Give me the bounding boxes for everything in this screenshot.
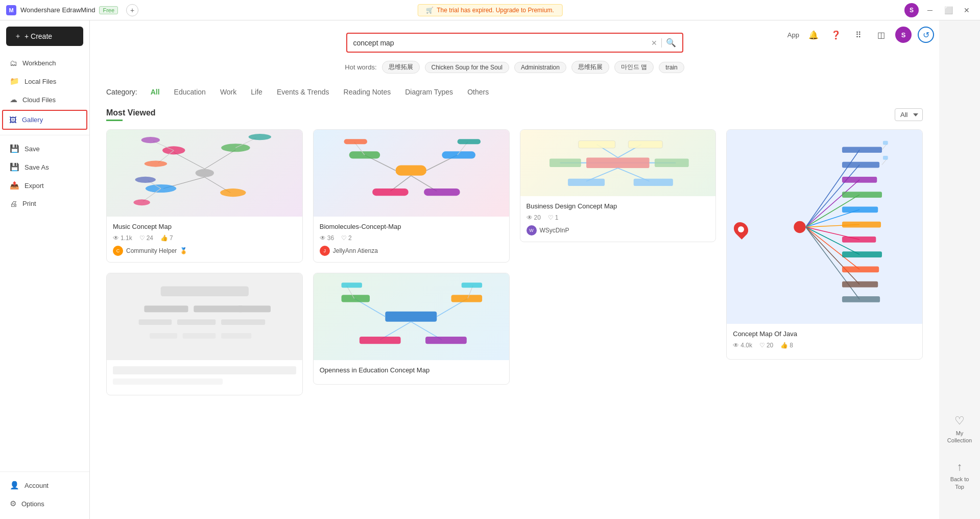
minimize-button[interactable]: ─ (923, 3, 937, 17)
plus-icon: ＋ (14, 32, 21, 41)
account-label: Account (25, 482, 49, 489)
card-6-body: Openness in Education Concept Map (314, 360, 509, 384)
app-name: Wondershare EdrawMind (20, 6, 95, 14)
card-3-likes: ♡ 1 (548, 214, 559, 221)
workbench-icon: 🗂 (10, 59, 17, 67)
category-tab-work[interactable]: Work (219, 86, 237, 98)
svg-line-47 (806, 179, 859, 227)
app-button[interactable]: App (787, 31, 799, 39)
category-tab-others[interactable]: Others (466, 86, 490, 98)
layout-button[interactable]: ◫ (873, 27, 889, 43)
sidebar-item-options[interactable]: ⚙ Options (0, 494, 89, 513)
svg-rect-41 (579, 141, 615, 148)
content-area: App 🔔 ❓ ⠿ ◫ S ↺ ✕ 🔍 Hot words: 思维拓展 Chic… (90, 20, 939, 519)
trial-banner[interactable]: 🛒 The trial has expired. Upgrade to Prem… (417, 4, 562, 16)
svg-line-1 (174, 153, 205, 169)
grid-button[interactable]: ⠿ (850, 27, 867, 43)
category-tab-reading[interactable]: Reading Notes (343, 86, 392, 98)
hot-word-4[interactable]: 마인드 맵 (614, 61, 654, 74)
sidebar-item-cloud-files[interactable]: ☁ Cloud Files (0, 90, 89, 109)
svg-rect-79 (182, 333, 216, 339)
filter-container: All (895, 108, 923, 121)
create-button[interactable]: ＋ + Create (6, 27, 83, 46)
svg-point-0 (195, 169, 213, 177)
hot-word-2[interactable]: Administration (514, 62, 566, 73)
maximize-button[interactable]: ⬜ (941, 3, 955, 17)
card-5-image (107, 273, 302, 360)
collection-label: MyCollection (947, 430, 972, 444)
gallery-label: Gallery (22, 116, 43, 124)
svg-rect-59 (842, 192, 882, 198)
cart-icon: 🛒 (426, 7, 434, 14)
svg-rect-23 (442, 152, 476, 159)
hot-word-1[interactable]: Chicken Soup for the Soul (425, 62, 509, 73)
svg-rect-29 (344, 139, 367, 144)
card-1-author: C Community Helper 🏅 (113, 246, 296, 256)
card-2-views: 👁 36 (320, 234, 334, 242)
user-avatar-title[interactable]: S (904, 3, 919, 17)
svg-rect-78 (150, 333, 177, 339)
cards-grid: Music Concept Map 👁 1.1k ♡ 24 👍 7 C Comm… (106, 129, 923, 395)
svg-rect-58 (842, 176, 877, 182)
sidebar-item-export[interactable]: 📤 Export (0, 176, 89, 195)
header-icons: App 🔔 ❓ ⠿ ◫ S ↺ (787, 27, 934, 43)
category-tab-diagram[interactable]: Diagram Types (404, 86, 454, 98)
card-1-body: Music Concept Map 👁 1.1k ♡ 24 👍 7 C Comm… (107, 217, 302, 262)
hot-word-0[interactable]: 思维拓展 (382, 61, 420, 74)
card-openness-education[interactable]: Openness in Education Concept Map (313, 273, 510, 385)
section-title: Most Viewed (106, 108, 156, 117)
sidebar-item-save[interactable]: 💾 Save (0, 139, 89, 158)
sidebar-item-save-as[interactable]: 💾 Save As (0, 158, 89, 176)
hot-word-5[interactable]: train (659, 62, 684, 73)
sidebar-bottom-divider (0, 471, 89, 472)
card-1-views: 👁 1.1k (113, 234, 132, 242)
new-tab-button[interactable]: + (126, 4, 138, 16)
sidebar: ＋ + Create 🗂 Workbench 📁 Local Files ☁ C… (0, 20, 90, 519)
placeholder-map-svg (112, 275, 298, 358)
sidebar-item-print[interactable]: 🖨 Print (0, 195, 89, 213)
card-3-views: 👁 20 (527, 214, 541, 221)
svg-rect-37 (568, 179, 605, 186)
refresh-button[interactable]: ↺ (918, 27, 934, 43)
search-input[interactable] (353, 39, 651, 47)
svg-rect-72 (144, 305, 188, 312)
card-biomolecules[interactable]: Biomolecules-Concept-Map 👁 36 ♡ 2 J Jell… (313, 129, 510, 263)
search-button[interactable]: 🔍 (666, 38, 676, 48)
card-1-avatar: C (113, 246, 123, 256)
svg-rect-25 (372, 188, 409, 196)
notification-button[interactable]: 🔔 (805, 27, 822, 43)
local-files-icon: 📁 (10, 77, 19, 86)
help-button[interactable]: ❓ (828, 27, 844, 43)
close-button[interactable]: ✕ (960, 3, 974, 17)
back-to-top-button[interactable]: ↑ Back toTop (946, 452, 973, 499)
svg-point-18 (135, 177, 155, 183)
create-label: + Create (25, 32, 52, 40)
sidebar-item-workbench[interactable]: 🗂 Workbench (0, 54, 89, 72)
hot-word-3[interactable]: 思维拓展 (571, 61, 609, 74)
card-2-likes: ♡ 2 (341, 234, 352, 242)
svg-point-44 (794, 221, 805, 232)
svg-rect-66 (842, 296, 880, 302)
app-logo-icon: M (6, 5, 16, 15)
category-tab-all[interactable]: All (150, 86, 161, 98)
search-divider (661, 38, 662, 48)
category-tab-life[interactable]: Life (250, 86, 264, 98)
card-4-stats: 👁 4.0k ♡ 20 👍 8 (733, 342, 916, 349)
heart-icon: ♡ (954, 414, 965, 428)
svg-rect-93 (462, 282, 482, 288)
filter-select[interactable]: All (895, 108, 923, 121)
category-tab-education[interactable]: Education (173, 86, 207, 98)
card-2-title: Biomolecules-Concept-Map (320, 223, 503, 230)
search-clear-button[interactable]: ✕ (651, 39, 657, 47)
category-tab-events[interactable]: Events & Trends (276, 86, 330, 98)
card-java-concept-map[interactable]: Concept Map Of Java 👁 4.0k ♡ 20 👍 8 (726, 129, 923, 360)
sidebar-item-local-files[interactable]: 📁 Local Files (0, 72, 89, 90)
user-avatar-header[interactable]: S (895, 27, 912, 43)
card-placeholder-5[interactable] (106, 273, 303, 395)
card-music-concept-map[interactable]: Music Concept Map 👁 1.1k ♡ 24 👍 7 C Comm… (106, 129, 303, 263)
my-collection-button[interactable]: ♡ MyCollection (943, 406, 976, 453)
sidebar-item-account[interactable]: 👤 Account (0, 476, 89, 494)
svg-rect-56 (842, 147, 882, 153)
card-business-design[interactable]: Business Design Concept Map 👁 20 ♡ 1 W W… (520, 129, 716, 242)
sidebar-item-gallery[interactable]: 🖼 Gallery (2, 110, 87, 130)
